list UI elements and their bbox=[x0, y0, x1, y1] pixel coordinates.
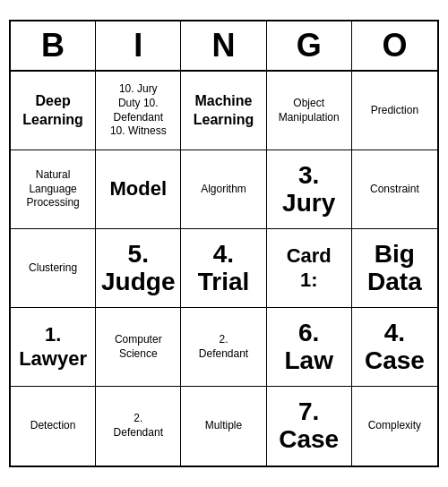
cell-text-13: Card 1: bbox=[287, 244, 332, 292]
bingo-cell-21: 2. Defendant bbox=[96, 387, 181, 466]
bingo-cell-6: Model bbox=[96, 150, 181, 229]
cell-text-11: 5. Judge bbox=[101, 241, 175, 296]
cell-text-14: Big Data bbox=[367, 241, 422, 296]
bingo-cell-9: Constraint bbox=[352, 150, 437, 229]
bingo-cell-11: 5. Judge bbox=[96, 229, 181, 308]
bingo-cell-14: Big Data bbox=[352, 229, 437, 308]
bingo-cell-4: Prediction bbox=[352, 72, 437, 150]
cell-text-6: Model bbox=[110, 177, 168, 201]
cell-text-5: Natural Language Processing bbox=[26, 168, 79, 210]
bingo-cell-20: Detection bbox=[11, 387, 96, 466]
cell-text-21: 2. Defendant bbox=[114, 412, 163, 440]
bingo-header: BINGO bbox=[11, 21, 437, 72]
bingo-cell-1: 10. Jury Duty 10. Defendant 10. Witness bbox=[96, 72, 181, 150]
bingo-cell-5: Natural Language Processing bbox=[11, 150, 96, 229]
cell-text-10: Clustering bbox=[29, 261, 77, 276]
cell-text-23: 7. Case bbox=[279, 398, 339, 454]
bingo-cell-22: Multiple bbox=[181, 387, 266, 466]
cell-text-18: 6. Law bbox=[284, 320, 332, 375]
bingo-cell-15: 1. Lawyer bbox=[11, 308, 96, 387]
bingo-cell-12: 4. Trial bbox=[181, 229, 266, 308]
cell-text-22: Multiple bbox=[205, 419, 242, 433]
bingo-cell-2: Machine Learning bbox=[181, 72, 266, 150]
cell-text-16: Computer Science bbox=[115, 333, 162, 361]
bingo-cell-13: Card 1: bbox=[267, 229, 352, 308]
bingo-cell-18: 6. Law bbox=[267, 308, 352, 387]
bingo-card: BINGO Deep Learning10. Jury Duty 10. Def… bbox=[9, 20, 439, 467]
cell-text-24: Complexity bbox=[368, 419, 421, 433]
bingo-cell-23: 7. Case bbox=[267, 387, 352, 466]
header-letter-n: N bbox=[181, 21, 266, 70]
cell-text-4: Prediction bbox=[371, 104, 418, 118]
bingo-cell-19: 4. Case bbox=[352, 308, 437, 387]
bingo-cell-3: Object Manipulation bbox=[267, 72, 352, 150]
header-letter-g: G bbox=[267, 21, 352, 70]
cell-text-9: Constraint bbox=[370, 183, 419, 197]
cell-text-3: Object Manipulation bbox=[279, 97, 340, 124]
cell-text-19: 4. Case bbox=[365, 320, 425, 375]
cell-text-2: Machine Learning bbox=[194, 92, 254, 130]
header-letter-b: B bbox=[11, 21, 96, 70]
header-letter-o: O bbox=[352, 21, 437, 70]
bingo-cell-0: Deep Learning bbox=[11, 72, 96, 150]
cell-text-0: Deep Learning bbox=[22, 92, 83, 130]
cell-text-1: 10. Jury Duty 10. Defendant 10. Witness bbox=[110, 82, 167, 138]
cell-text-15: 1. Lawyer bbox=[19, 323, 87, 371]
cell-text-20: Detection bbox=[30, 419, 76, 433]
cell-text-12: 4. Trial bbox=[198, 241, 250, 296]
bingo-cell-24: Complexity bbox=[352, 387, 437, 466]
cell-text-17: 2. Defendant bbox=[199, 333, 248, 361]
bingo-cell-8: 3. Jury bbox=[267, 150, 352, 229]
cell-text-8: 3. Jury bbox=[282, 162, 335, 218]
bingo-cell-10: Clustering bbox=[11, 229, 96, 308]
cell-text-7: Algorithm bbox=[201, 183, 246, 197]
bingo-cell-16: Computer Science bbox=[96, 308, 181, 387]
bingo-grid: Deep Learning10. Jury Duty 10. Defendant… bbox=[11, 72, 437, 466]
bingo-cell-17: 2. Defendant bbox=[181, 308, 266, 387]
bingo-cell-7: Algorithm bbox=[181, 150, 266, 229]
header-letter-i: I bbox=[96, 21, 181, 70]
